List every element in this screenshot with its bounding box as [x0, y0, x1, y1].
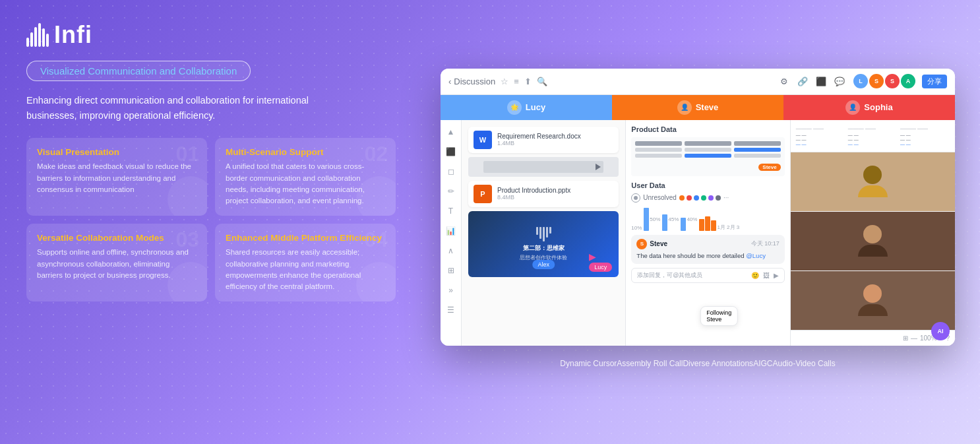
back-button[interactable]: ‹ Discussion [448, 77, 495, 86]
feature-desc-4: Shared resources are easily accessible; … [226, 247, 385, 292]
data-col-1-row2: — — [796, 137, 845, 142]
person-head-1 [863, 166, 882, 184]
sidebar-icon-shape[interactable]: ◻ [444, 165, 458, 178]
unresolved-label: Unresolved [643, 194, 677, 201]
feature-number-3: 03 [175, 229, 199, 250]
link-icon[interactable]: 🔗 [795, 74, 810, 88]
tab-steve-label: Steve [696, 102, 719, 112]
logo-text: Infi [54, 21, 92, 49]
sidebar-icon-connect[interactable]: ∧ [444, 244, 458, 257]
video-cell-1 [791, 152, 955, 211]
toolbar-right: ⚙ 🔗 ⬛ 💬 L S S A 分享 [777, 74, 947, 88]
tab-steve[interactable]: 👤 Steve [612, 95, 783, 120]
bottom-bar: ⊞ — 100% + ? [791, 330, 955, 346]
screen-icon[interactable]: ⬛ [814, 74, 828, 88]
list-icon[interactable]: ≡ [514, 77, 519, 86]
comment-icon[interactable]: 💬 [832, 74, 847, 88]
person-1 [791, 152, 955, 211]
feature-title-4: Enhanced Middle Platform Efficiency [226, 233, 385, 243]
file-icon-ppt: P [474, 185, 492, 203]
chat-message: The data here should be more detailed [636, 252, 744, 259]
sidebar-icon-more[interactable]: » [444, 284, 458, 297]
person-2 [791, 212, 955, 270]
file-item-word[interactable]: W Requirement Research.docx 1.4MB [468, 127, 619, 153]
person-head-2 [863, 225, 882, 243]
sidebar-icon-table[interactable]: ⬛ [444, 145, 458, 158]
lucy-cursor-label: Lucy [589, 263, 612, 272]
star-icon[interactable]: ☆ [501, 77, 508, 86]
avatar-sophia: S [885, 74, 900, 88]
data-col-1-row3: — — [796, 142, 845, 146]
sidebar-icon-settings[interactable]: ☰ [444, 303, 458, 317]
alex-cursor: Alex [532, 260, 555, 269]
data-col-3-row3: — — [900, 142, 950, 146]
chart-bars: 10% 50% 45% 40% 1月 2月 3 [631, 208, 784, 231]
chat-name: Steve [650, 240, 667, 247]
zoom-minus[interactable]: — [911, 334, 917, 342]
more-dots: ··· [723, 194, 729, 201]
logo-icon [26, 23, 49, 47]
feature-number-2: 02 [364, 143, 388, 164]
file-item-ppt[interactable]: P Product Introduction.pptx 8.4MB [468, 181, 619, 207]
sidebar-icon-arrow[interactable]: ▲ [444, 125, 458, 139]
content-area: W Requirement Research.docx 1.4MB [462, 120, 955, 346]
feature-desc-1: Make ideas and feedback visual to reduce… [37, 161, 197, 195]
video-cell-3 [791, 271, 955, 330]
avatar-other: A [901, 74, 915, 88]
user-data-title: User Data [631, 181, 784, 189]
feature-title-2: Multi-Scenario Support [226, 147, 385, 157]
reply-input-area[interactable]: 添加回复，可@其他成员 🙂 🖼 ▶ [631, 268, 784, 283]
search-icon[interactable]: 🔍 [537, 77, 547, 86]
app-content: ▲ ⬛ ◻ ✏ T 📊 ∧ ⊞ » ☰ [441, 120, 955, 346]
label-aigc: AIGC [753, 359, 772, 368]
user-data-section: User Data Unresolved [631, 181, 784, 283]
chat-user: S Steve [636, 239, 667, 249]
features-grid: 01 Visual Presentation Make ideas and fe… [26, 138, 396, 301]
sidebar-icons: ▲ ⬛ ◻ ✏ T 📊 ∧ ⊞ » ☰ [441, 120, 462, 346]
settings-icon[interactable]: ⚙ [777, 74, 791, 88]
user-tabs: 🌟 Lucy 👤 Steve 👤 Sophia [441, 95, 955, 120]
data-col-3: ——— —— — — — — — — [900, 125, 950, 146]
feature-title-3: Versatile Collaboration Modes [37, 233, 197, 243]
chat-time: 今天 10:17 [751, 239, 780, 248]
tab-sophia[interactable]: 👤 Sophia [783, 95, 955, 120]
chat-text: The data here should be more detailed @L… [636, 251, 779, 260]
sidebar-icon-grid[interactable]: ⊞ [444, 264, 458, 277]
person-shape-2 [858, 225, 888, 257]
person-body-1 [858, 185, 888, 197]
share-button[interactable]: 分享 [922, 75, 947, 88]
upload-icon[interactable]: ⬆ [524, 77, 532, 86]
zoom-icon[interactable]: ⊞ [903, 334, 908, 342]
person-head-3 [863, 284, 882, 303]
person-shape-1 [858, 166, 888, 197]
reply-placeholder: 添加回复，可@其他成员 [637, 271, 702, 280]
toolbar-back-label: Discussion [454, 77, 495, 86]
badge-dots [679, 195, 721, 201]
file-info-word: Requirement Research.docx 1.4MB [497, 133, 613, 146]
emoji-icon[interactable]: 🙂 [751, 272, 759, 279]
file-size-word: 1.4MB [497, 140, 613, 146]
feature-title-1: Visual Presentation [37, 147, 197, 157]
data-col-3-row1: — — [900, 133, 950, 137]
feature-card-2: 02 Multi-Scenario Support A unified tool… [215, 138, 396, 216]
label-audio-video: Audio-Video Calls [772, 359, 835, 368]
avatar-tab-steve: 👤 [677, 100, 692, 115]
sidebar-icon-chart[interactable]: 📊 [444, 224, 458, 238]
reply-actions: 🙂 🖼 ▶ [751, 272, 779, 279]
sidebar-icon-pen[interactable]: ✏ [444, 185, 458, 198]
chat-mention: @Lucy [746, 252, 766, 259]
feature-number-4: 04 [364, 229, 388, 250]
tagline-badge: Visualized Communication and Collaborati… [26, 61, 251, 81]
image-icon[interactable]: 🖼 [763, 272, 770, 279]
panel-files: W Requirement Research.docx 1.4MB [462, 120, 626, 346]
tab-lucy[interactable]: 🌟 Lucy [441, 95, 612, 120]
sidebar-icon-text[interactable]: T [444, 205, 458, 218]
send-icon[interactable]: ▶ [774, 272, 779, 279]
file-thumbnail [468, 157, 619, 177]
steve-cursor-badge: Steve [758, 164, 780, 171]
ai-badge[interactable]: AI [931, 322, 950, 340]
chart-label-50: 50% [650, 216, 660, 222]
chat-header: S Steve 今天 10:17 [636, 239, 779, 249]
app-window: ‹ Discussion ☆ ≡ ⬆ 🔍 ⚙ 🔗 ⬛ 💬 L [441, 69, 955, 346]
label-dynamic-cursor: Dynamic Cursor [560, 359, 617, 368]
